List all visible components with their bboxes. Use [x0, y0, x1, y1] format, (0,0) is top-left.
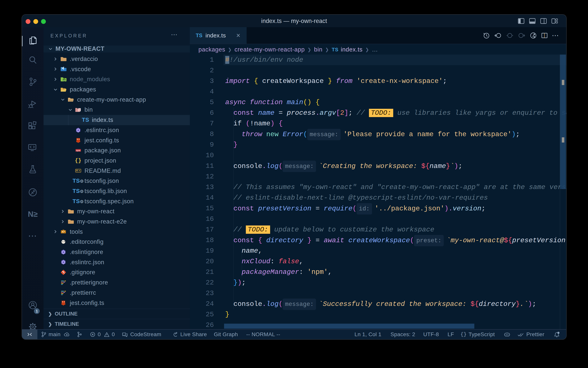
svg-text:10: 10 — [79, 110, 80, 111]
svg-text:npm: npm — [76, 149, 80, 151]
svg-text:JS: JS — [63, 79, 65, 81]
